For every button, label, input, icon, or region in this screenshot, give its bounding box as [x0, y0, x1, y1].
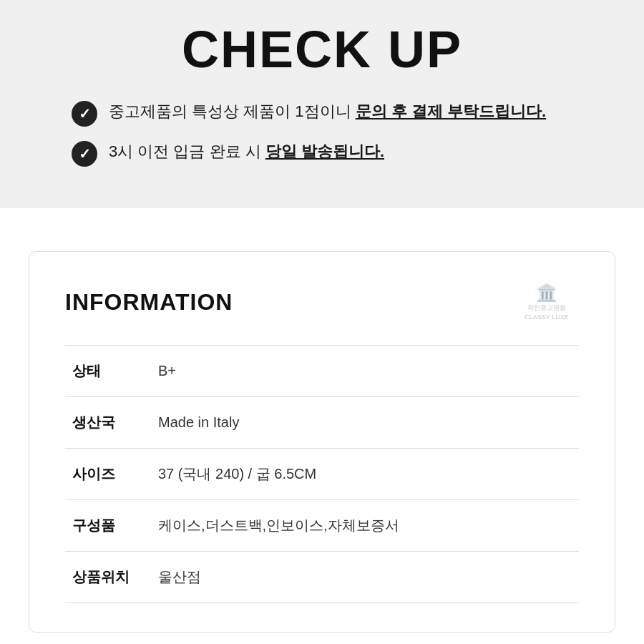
- checklist-text-normal-2: 3시 이전 입금 완료 시: [109, 142, 265, 160]
- table-row-size: 사이즈 37 (국내 240) / 굽 6.5CM: [65, 449, 579, 500]
- check-icon-2: [72, 141, 97, 167]
- checklist-item-2: 3시 이전 입금 완료 시 당일 발송됩니다.: [72, 140, 572, 167]
- brand-logo-text-1: 착한중고명품: [527, 304, 566, 313]
- brand-logo-text-2: CLASSY LUXE: [525, 313, 568, 322]
- info-table: 상태 B+ 생산국 Made in Italy 사이즈 37 (국내 240) …: [65, 345, 579, 603]
- info-title: INFORMATION: [65, 289, 233, 316]
- label-location: 상품위치: [65, 552, 151, 603]
- table-row-contents: 구성품 케이스,더스트백,인보이스,자체보증서: [65, 500, 579, 552]
- checklist-item-1: 중고제품의 특성상 제품이 1점이니 문의 후 결제 부탁드립니다.: [72, 99, 572, 127]
- label-size: 사이즈: [65, 449, 151, 500]
- info-header: INFORMATION 🏛️ 착한중고명품 CLASSY LUXE: [65, 280, 579, 323]
- page-title: CHECK UP: [43, 21, 601, 78]
- brand-logo: 🏛️ 착한중고명품 CLASSY LUXE: [514, 280, 579, 323]
- brand-logo-icon: 🏛️: [536, 283, 557, 303]
- value-size: 37 (국내 240) / 굽 6.5CM: [151, 449, 579, 500]
- information-section: INFORMATION 🏛️ 착한중고명품 CLASSY LUXE 상태 B+ …: [29, 251, 615, 633]
- value-location: 울산점: [151, 552, 579, 603]
- checklist-text-2: 3시 이전 입금 완료 시 당일 발송됩니다.: [109, 140, 384, 163]
- label-contents: 구성품: [65, 500, 151, 552]
- label-origin: 생산국: [65, 397, 151, 449]
- checklist-text-bold-2: 당일 발송됩니다.: [265, 142, 384, 160]
- value-origin: Made in Italy: [151, 397, 579, 449]
- checklist-text-1: 중고제품의 특성상 제품이 1점이니 문의 후 결제 부탁드립니다.: [109, 99, 546, 123]
- spacer: [0, 208, 644, 251]
- value-contents: 케이스,더스트백,인보이스,자체보증서: [151, 500, 579, 552]
- checklist: 중고제품의 특성상 제품이 1점이니 문의 후 결제 부탁드립니다. 3시 이전…: [72, 99, 572, 180]
- header-section: CHECK UP 중고제품의 특성상 제품이 1점이니 문의 후 결제 부탁드립…: [0, 0, 644, 208]
- checklist-text-bold-1: 문의 후 결제 부탁드립니다.: [356, 102, 546, 120]
- table-row-origin: 생산국 Made in Italy: [65, 397, 579, 449]
- table-row-status: 상태 B+: [65, 346, 579, 397]
- check-icon-1: [72, 101, 97, 127]
- label-status: 상태: [65, 346, 151, 397]
- table-row-location: 상품위치 울산점: [65, 552, 579, 603]
- value-status: B+: [151, 346, 579, 397]
- checklist-text-normal-1: 중고제품의 특성상 제품이 1점이니: [109, 102, 356, 120]
